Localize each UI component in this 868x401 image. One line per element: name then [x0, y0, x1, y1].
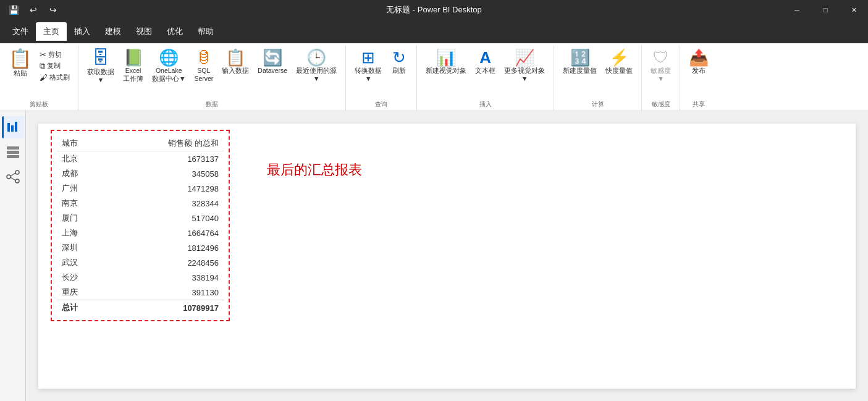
table-row: 上海1664764 — [57, 226, 224, 240]
city-cell: 成都 — [57, 166, 107, 181]
col-header-sales: 销售额 的总和 — [107, 136, 224, 151]
query-buttons: ⊞ 转换数据▼ ↻ 刷新 — [351, 47, 411, 100]
menu-bar: 文件 主页 插入 建模 视图 优化 帮助 — [0, 20, 868, 43]
left-icon-report[interactable] — [2, 116, 24, 138]
table-row: 长沙338194 — [57, 270, 224, 285]
onelake-button[interactable]: 🌐 OneLake数据中心▼ — [148, 47, 189, 85]
insert-buttons: 📊 新建视觉对象 A 文本框 📈 更多视觉对象▼ — [422, 47, 549, 100]
new-visual-icon: 📊 — [436, 49, 456, 65]
svg-point-8 — [15, 179, 19, 183]
get-data-label: 获取数据▼ — [87, 68, 114, 83]
sensitivity-icon: 🛡 — [653, 49, 669, 65]
table-total-row: 总计 10789917 — [57, 300, 224, 316]
maximize-button[interactable]: □ — [811, 0, 840, 20]
dataverse-button[interactable]: 🔄 Dataverse — [254, 47, 291, 77]
get-data-button[interactable]: 🗄 获取数据▼ — [83, 47, 118, 86]
svg-rect-5 — [7, 155, 19, 158]
table-row: 广州1471298 — [57, 181, 224, 196]
excel-button[interactable]: 📗 Excel工作簿 — [119, 47, 147, 85]
excel-label: Excel工作簿 — [123, 67, 143, 82]
menu-help[interactable]: 帮助 — [190, 22, 221, 41]
menu-model[interactable]: 建模 — [98, 22, 129, 41]
share-group-label: 共享 — [685, 100, 712, 111]
svg-point-7 — [15, 171, 19, 174]
share-buttons: 📤 发布 — [685, 47, 712, 100]
new-measure-icon: 🔢 — [570, 49, 590, 65]
recent-sources-button[interactable]: 🕒 最近使用的源▼ — [292, 47, 340, 85]
copy-button[interactable]: ⧉ 复制 — [38, 61, 62, 72]
svg-line-10 — [11, 177, 15, 180]
menu-insert[interactable]: 插入 — [67, 22, 98, 41]
menu-home[interactable]: 主页 — [36, 22, 67, 41]
calculate-buttons: 🔢 新建度量值 ⚡ 快度量值 — [559, 47, 636, 100]
transform-icon: ⊞ — [361, 49, 375, 65]
sensitivity-group-label: 敏感度 — [647, 100, 675, 111]
menu-view[interactable]: 视图 — [129, 22, 159, 41]
text-box-label: 文本框 — [475, 67, 495, 75]
window-title: 无标题 - Power BI Desktop — [386, 4, 482, 15]
publish-button[interactable]: 📤 发布 — [685, 47, 712, 77]
left-icon-data[interactable] — [2, 141, 24, 163]
transform-button[interactable]: ⊞ 转换数据▼ — [351, 47, 386, 85]
more-visuals-button[interactable]: 📈 更多视觉对象▼ — [500, 47, 549, 85]
table-widget[interactable]: 城市 销售额 的总和 北京1673137成都345058广州1471298南京3… — [51, 130, 230, 321]
value-cell: 2248456 — [107, 255, 224, 270]
svg-rect-0 — [7, 123, 10, 132]
svg-rect-4 — [7, 151, 19, 154]
ribbon-group-sensitivity: 🛡 敏感度▼ 敏感度 — [642, 46, 680, 111]
new-visual-label: 新建视觉对象 — [426, 67, 466, 75]
minimize-button[interactable]: ─ — [783, 0, 811, 20]
total-label: 总计 — [57, 300, 107, 316]
quick-access-toolbar: 💾 ↩ ↪ — [0, 0, 62, 20]
data-buttons: 🗄 获取数据▼ 📗 Excel工作簿 🌐 OneLake数据中心▼ 🛢 SQLS… — [83, 47, 340, 100]
clipboard-group-label: 剪贴板 — [5, 100, 73, 111]
refresh-label: 刷新 — [392, 67, 406, 75]
format-brush-icon: 🖌 — [40, 73, 48, 82]
table-row: 武汉2248456 — [57, 255, 224, 270]
menu-file[interactable]: 文件 — [5, 22, 36, 41]
left-panel — [0, 111, 26, 401]
table-row: 深圳1812496 — [57, 240, 224, 255]
total-value: 10789917 — [107, 300, 224, 316]
copy-icon: ⧉ — [40, 61, 45, 71]
cut-button[interactable]: ✂ 剪切 — [38, 49, 64, 60]
ribbon-group-clipboard: 📋 粘贴 ✂ 剪切 ⧉ 复制 🖌 格式刷 剪贴板 — [0, 46, 78, 111]
canvas-area[interactable]: 城市 销售额 的总和 北京1673137成都345058广州1471298南京3… — [38, 124, 856, 389]
value-cell: 1812496 — [107, 240, 224, 255]
copy-label: 复制 — [47, 62, 61, 70]
more-visuals-icon: 📈 — [515, 49, 534, 65]
window-controls: ─ □ ✕ — [783, 0, 868, 20]
save-button[interactable]: 💾 — [5, 1, 22, 19]
sensitivity-label: 敏感度▼ — [651, 67, 671, 82]
quick-measure-button[interactable]: ⚡ 快度量值 — [602, 47, 636, 77]
annotation-text: 最后的汇总报表 — [267, 161, 362, 179]
new-measure-button[interactable]: 🔢 新建度量值 — [559, 47, 600, 77]
city-cell: 厦门 — [57, 211, 107, 226]
format-brush-button[interactable]: 🖌 格式刷 — [38, 72, 72, 83]
new-visual-button[interactable]: 📊 新建视觉对象 — [422, 47, 470, 77]
svg-point-6 — [7, 175, 11, 179]
new-measure-label: 新建度量值 — [563, 67, 597, 75]
close-button[interactable]: ✕ — [840, 0, 868, 20]
text-box-button[interactable]: A 文本框 — [471, 47, 499, 77]
cut-label: 剪切 — [48, 51, 62, 59]
calculate-group-label: 计算 — [559, 100, 636, 111]
undo-button[interactable]: ↩ — [25, 1, 42, 19]
text-box-icon: A — [479, 49, 491, 65]
paste-label: 粘贴 — [14, 69, 27, 77]
input-data-button[interactable]: 📋 输入数据 — [218, 47, 253, 77]
paste-icon: 📋 — [9, 49, 32, 68]
sql-label: SQLServer — [194, 67, 213, 82]
value-cell: 517040 — [107, 211, 224, 226]
paste-button[interactable]: 📋 粘贴 — [5, 47, 35, 80]
cut-icon: ✂ — [40, 50, 46, 59]
city-cell: 北京 — [57, 151, 107, 167]
sql-button[interactable]: 🛢 SQLServer — [190, 47, 217, 85]
redo-button[interactable]: ↪ — [44, 1, 62, 19]
format-brush-label: 格式刷 — [49, 74, 70, 82]
left-icon-model[interactable] — [2, 166, 24, 188]
main-canvas: 城市 销售额 的总和 北京1673137成都345058广州1471298南京3… — [26, 111, 868, 401]
menu-optimize[interactable]: 优化 — [159, 22, 190, 41]
refresh-button[interactable]: ↻ 刷新 — [387, 47, 411, 77]
sensitivity-button[interactable]: 🛡 敏感度▼ — [647, 47, 675, 85]
